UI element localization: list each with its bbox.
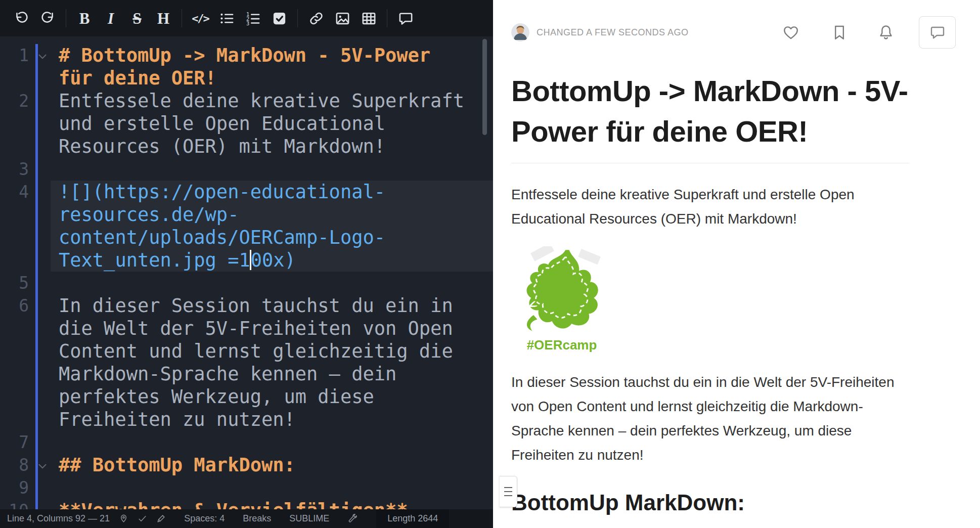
editor-line-active[interactable]: 4 ![](https://open-educational-resources… xyxy=(0,181,493,272)
editor-line[interactable]: 8 ## BottomUp MarkDown: xyxy=(0,454,493,476)
svg-text:3: 3 xyxy=(246,20,249,26)
italic-icon: I xyxy=(108,11,114,26)
heading-button[interactable]: H xyxy=(152,6,175,30)
paragraph: In dieser Session tauchst du ein in die … xyxy=(511,370,909,467)
editor-line-text: Entfessele deine kreative Superkraft und… xyxy=(59,90,468,158)
editor-scrollbar-thumb[interactable] xyxy=(482,39,487,135)
undo-button[interactable] xyxy=(10,6,33,30)
toolbar-separator xyxy=(66,9,66,27)
line-number: 4 xyxy=(0,181,29,203)
brush-icon[interactable] xyxy=(156,514,166,523)
editor-line[interactable]: 5 xyxy=(0,272,493,294)
paragraph: Entfessele deine kreative Superkraft und… xyxy=(511,183,909,231)
editor-line-text: **Verwahren & Vervielfältigen** xyxy=(59,499,468,509)
bold-button[interactable]: B xyxy=(73,6,96,30)
editor-line[interactable]: 10 **Verwahren & Vervielfältigen** xyxy=(0,499,493,509)
checklist-icon xyxy=(272,11,287,26)
link-button[interactable] xyxy=(304,6,328,30)
checklist-button[interactable] xyxy=(268,6,291,30)
editor-line[interactable]: 7 xyxy=(0,431,493,454)
notifications-button[interactable] xyxy=(877,24,895,41)
line-number: 1 xyxy=(0,44,29,67)
editor-line-text: ![](https://open-educational-resources.d… xyxy=(59,181,468,272)
code-editor[interactable]: 1 # BottomUp -> MarkDown - 5V-Power für … xyxy=(0,36,493,509)
line-number: 2 xyxy=(0,90,29,112)
heading-icon: H xyxy=(157,11,169,26)
wrench-icon[interactable] xyxy=(347,514,357,523)
editor-line[interactable]: 1 # BottomUp -> MarkDown - 5V-Power für … xyxy=(0,44,493,90)
editor-line-text: # BottomUp -> MarkDown - 5V-Power für de… xyxy=(59,44,468,90)
bullet-list-icon xyxy=(219,11,235,26)
code-icon: </> xyxy=(192,12,209,25)
comment-icon xyxy=(398,11,414,26)
open-comments-button[interactable] xyxy=(919,16,956,49)
editor-line-text xyxy=(59,476,468,499)
section-heading: BottomUp MarkDown: xyxy=(511,489,909,528)
redo-button[interactable] xyxy=(36,6,59,30)
undo-icon xyxy=(14,11,29,26)
last-changed-label: CHANGED A FEW SECONDS AGO xyxy=(537,27,689,38)
bullet-list-button[interactable] xyxy=(215,6,238,30)
app-window: B I S H </> 123 xyxy=(0,0,980,528)
table-icon xyxy=(361,11,377,26)
editor-line[interactable]: 3 xyxy=(0,158,493,181)
preview-header: CHANGED A FEW SECONDS AGO xyxy=(511,0,956,65)
bell-icon xyxy=(877,24,895,41)
image-button[interactable] xyxy=(331,6,354,30)
editor-line[interactable]: 2 Entfessele deine kreative Superkraft u… xyxy=(0,90,493,158)
line-number: 7 xyxy=(0,431,29,454)
comment-button[interactable] xyxy=(394,6,417,30)
document-title: BottomUp -> MarkDown - 5V-Power für dein… xyxy=(511,71,909,163)
line-number: 10 xyxy=(0,499,29,509)
redo-icon xyxy=(40,11,56,26)
line-number: 3 xyxy=(0,158,29,181)
code-button[interactable]: </> xyxy=(189,6,212,30)
editor-line-text xyxy=(59,272,468,294)
markdown-preview-pane: CHANGED A FEW SECONDS AGO BottomUp -> Ma… xyxy=(493,0,980,528)
editor-status-bar: Line 4, Columns 92 — 21 Spaces: 4 Breaks… xyxy=(0,509,493,528)
editor-line-text: In dieser Session tauchst du ein in die … xyxy=(59,294,468,431)
heart-icon xyxy=(782,24,799,41)
line-number: 9 xyxy=(0,476,29,499)
chevron-down-icon[interactable] xyxy=(37,51,48,62)
cursor-position-status: Line 4, Columns 92 — 21 xyxy=(7,513,110,524)
fold-column[interactable] xyxy=(29,454,59,472)
markdown-editor-pane: B I S H </> 123 xyxy=(0,0,493,528)
oercamp-logo: ✂ #OERcamp xyxy=(511,246,612,353)
split-drag-handle[interactable] xyxy=(499,476,517,507)
like-button[interactable] xyxy=(782,24,799,41)
line-number: 5 xyxy=(0,272,29,294)
numbered-list-icon: 123 xyxy=(245,11,261,26)
rendered-document: BottomUp -> MarkDown - 5V-Power für dein… xyxy=(511,71,909,528)
numbered-list-button[interactable]: 123 xyxy=(241,6,264,30)
bookmark-button[interactable] xyxy=(831,24,848,41)
toolbar-separator xyxy=(297,9,298,27)
table-button[interactable] xyxy=(357,6,380,30)
spaces-setting[interactable]: Spaces: 4 xyxy=(184,513,225,524)
document-length-status: Length 2644 xyxy=(376,509,449,528)
editor-line[interactable]: 6 In dieser Session tauchst du ein in di… xyxy=(0,294,493,431)
editor-line-text xyxy=(59,158,468,181)
check-icon[interactable] xyxy=(138,514,147,523)
avatar[interactable] xyxy=(511,23,529,41)
fold-column[interactable] xyxy=(29,44,59,62)
linebreaks-setting[interactable]: Breaks xyxy=(243,513,271,524)
speech-bubble-icon xyxy=(929,24,946,40)
bold-icon: B xyxy=(79,11,90,26)
line-number: 6 xyxy=(0,294,29,317)
toolbar-separator xyxy=(182,9,182,27)
strikethrough-icon: S xyxy=(132,11,141,26)
keymap-setting[interactable]: SUBLIME xyxy=(289,513,329,524)
strikethrough-button[interactable]: S xyxy=(125,6,149,30)
editor-line-text: ## BottomUp MarkDown: xyxy=(59,454,468,476)
oercamp-logo-image: ✂ xyxy=(512,246,611,335)
editor-line[interactable]: 9 xyxy=(0,476,493,499)
line-number: 8 xyxy=(0,454,29,476)
chevron-down-icon[interactable] xyxy=(37,461,48,472)
toolbar-separator xyxy=(387,9,387,27)
pin-icon[interactable] xyxy=(119,514,128,523)
editor-toolbar: B I S H </> 123 xyxy=(0,0,493,36)
link-icon xyxy=(308,11,324,26)
bookmark-icon xyxy=(831,24,848,41)
italic-button[interactable]: I xyxy=(99,6,122,30)
